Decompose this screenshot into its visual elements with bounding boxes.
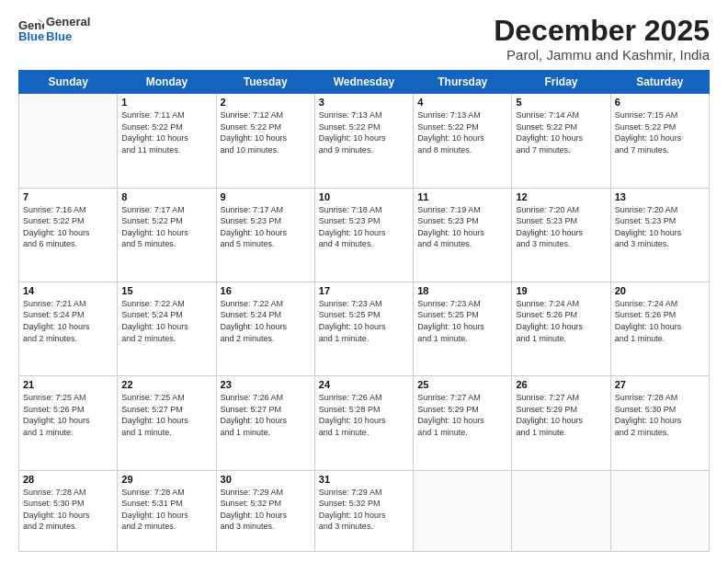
week-row-2: 7Sunrise: 7:16 AM Sunset: 5:22 PM Daylig…	[19, 188, 710, 282]
calendar-cell: 23Sunrise: 7:26 AM Sunset: 5:27 PM Dayli…	[216, 376, 314, 470]
week-row-3: 14Sunrise: 7:21 AM Sunset: 5:24 PM Dayli…	[19, 282, 710, 375]
calendar-cell: 19Sunrise: 7:24 AM Sunset: 5:26 PM Dayli…	[512, 282, 610, 375]
day-number: 3	[319, 97, 409, 108]
day-info: Sunrise: 7:13 AM Sunset: 5:22 PM Dayligh…	[319, 109, 409, 155]
calendar-cell: 16Sunrise: 7:22 AM Sunset: 5:24 PM Dayli…	[216, 282, 314, 375]
day-number: 1	[121, 97, 211, 108]
weekday-header-sunday: Sunday	[19, 71, 118, 94]
week-row-1: 1Sunrise: 7:11 AM Sunset: 5:22 PM Daylig…	[19, 94, 710, 188]
weekday-header-saturday: Saturday	[610, 71, 709, 94]
day-number: 29	[121, 474, 211, 485]
day-info: Sunrise: 7:27 AM Sunset: 5:29 PM Dayligh…	[516, 392, 606, 438]
day-info: Sunrise: 7:15 AM Sunset: 5:22 PM Dayligh…	[615, 109, 705, 155]
calendar-cell: 22Sunrise: 7:25 AM Sunset: 5:27 PM Dayli…	[118, 376, 216, 470]
day-number: 2	[221, 97, 311, 108]
day-info: Sunrise: 7:28 AM Sunset: 5:30 PM Dayligh…	[23, 487, 113, 533]
calendar-cell	[414, 470, 512, 551]
day-number: 8	[121, 191, 211, 202]
day-number: 17	[319, 285, 409, 296]
day-number: 18	[417, 285, 507, 296]
day-info: Sunrise: 7:23 AM Sunset: 5:25 PM Dayligh…	[319, 298, 409, 344]
day-info: Sunrise: 7:24 AM Sunset: 5:26 PM Dayligh…	[615, 298, 705, 344]
weekday-header-wednesday: Wednesday	[314, 71, 413, 94]
day-number: 30	[221, 474, 311, 485]
day-number: 15	[121, 285, 211, 296]
day-info: Sunrise: 7:20 AM Sunset: 5:23 PM Dayligh…	[615, 204, 705, 250]
calendar-cell: 31Sunrise: 7:29 AM Sunset: 5:32 PM Dayli…	[314, 470, 413, 551]
calendar-cell: 18Sunrise: 7:23 AM Sunset: 5:25 PM Dayli…	[414, 282, 512, 375]
calendar-cell: 11Sunrise: 7:19 AM Sunset: 5:23 PM Dayli…	[414, 188, 512, 282]
day-number: 22	[121, 379, 211, 390]
day-info: Sunrise: 7:22 AM Sunset: 5:24 PM Dayligh…	[221, 298, 311, 344]
calendar-cell: 7Sunrise: 7:16 AM Sunset: 5:22 PM Daylig…	[19, 188, 118, 282]
day-number: 31	[319, 474, 409, 485]
day-number: 26	[516, 379, 606, 390]
calendar-cell: 28Sunrise: 7:28 AM Sunset: 5:30 PM Dayli…	[19, 470, 118, 551]
page: General Blue General Blue December 2025 …	[0, 0, 728, 563]
svg-text:Blue: Blue	[18, 29, 44, 42]
day-number: 20	[615, 285, 705, 296]
day-number: 21	[23, 379, 113, 390]
weekday-header-row: SundayMondayTuesdayWednesdayThursdayFrid…	[19, 71, 710, 94]
day-info: Sunrise: 7:29 AM Sunset: 5:32 PM Dayligh…	[319, 487, 409, 533]
calendar-cell: 12Sunrise: 7:20 AM Sunset: 5:23 PM Dayli…	[512, 188, 610, 282]
day-info: Sunrise: 7:27 AM Sunset: 5:29 PM Dayligh…	[417, 392, 507, 438]
day-number: 28	[23, 474, 113, 485]
calendar-cell: 24Sunrise: 7:26 AM Sunset: 5:28 PM Dayli…	[314, 376, 413, 470]
calendar-cell: 2Sunrise: 7:12 AM Sunset: 5:22 PM Daylig…	[216, 94, 314, 188]
calendar-cell: 1Sunrise: 7:11 AM Sunset: 5:22 PM Daylig…	[118, 94, 216, 188]
day-info: Sunrise: 7:17 AM Sunset: 5:22 PM Dayligh…	[121, 204, 211, 250]
calendar-cell	[512, 470, 610, 551]
calendar-table: SundayMondayTuesdayWednesdayThursdayFrid…	[18, 70, 710, 552]
calendar-cell: 20Sunrise: 7:24 AM Sunset: 5:26 PM Dayli…	[610, 282, 709, 375]
calendar-cell: 3Sunrise: 7:13 AM Sunset: 5:22 PM Daylig…	[314, 94, 413, 188]
logo-general: General	[46, 15, 90, 29]
day-info: Sunrise: 7:23 AM Sunset: 5:25 PM Dayligh…	[417, 298, 507, 344]
title-block: December 2025 Parol, Jammu and Kashmir, …	[494, 15, 710, 63]
month-title: December 2025	[494, 15, 710, 47]
day-info: Sunrise: 7:26 AM Sunset: 5:27 PM Dayligh…	[221, 392, 311, 438]
day-info: Sunrise: 7:21 AM Sunset: 5:24 PM Dayligh…	[23, 298, 113, 344]
calendar-cell: 30Sunrise: 7:29 AM Sunset: 5:32 PM Dayli…	[216, 470, 314, 551]
calendar-cell: 8Sunrise: 7:17 AM Sunset: 5:22 PM Daylig…	[118, 188, 216, 282]
day-number: 27	[615, 379, 705, 390]
weekday-header-thursday: Thursday	[414, 71, 512, 94]
calendar-cell	[610, 470, 709, 551]
day-info: Sunrise: 7:29 AM Sunset: 5:32 PM Dayligh…	[221, 487, 311, 533]
calendar-cell: 15Sunrise: 7:22 AM Sunset: 5:24 PM Dayli…	[118, 282, 216, 375]
day-info: Sunrise: 7:22 AM Sunset: 5:24 PM Dayligh…	[121, 298, 211, 344]
day-number: 25	[417, 379, 507, 390]
location: Parol, Jammu and Kashmir, India	[494, 47, 710, 63]
weekday-header-tuesday: Tuesday	[216, 71, 314, 94]
calendar-cell: 29Sunrise: 7:28 AM Sunset: 5:31 PM Dayli…	[118, 470, 216, 551]
day-info: Sunrise: 7:25 AM Sunset: 5:26 PM Dayligh…	[23, 392, 113, 438]
calendar-cell: 26Sunrise: 7:27 AM Sunset: 5:29 PM Dayli…	[512, 376, 610, 470]
day-number: 4	[417, 97, 507, 108]
calendar-cell	[19, 94, 118, 188]
calendar-cell: 6Sunrise: 7:15 AM Sunset: 5:22 PM Daylig…	[610, 94, 709, 188]
day-info: Sunrise: 7:18 AM Sunset: 5:23 PM Dayligh…	[319, 204, 409, 250]
day-number: 9	[221, 191, 311, 202]
day-info: Sunrise: 7:16 AM Sunset: 5:22 PM Dayligh…	[23, 204, 113, 250]
day-number: 10	[319, 191, 409, 202]
calendar-cell: 10Sunrise: 7:18 AM Sunset: 5:23 PM Dayli…	[314, 188, 413, 282]
day-info: Sunrise: 7:20 AM Sunset: 5:23 PM Dayligh…	[516, 204, 606, 250]
day-number: 12	[516, 191, 606, 202]
day-info: Sunrise: 7:12 AM Sunset: 5:22 PM Dayligh…	[221, 109, 311, 155]
day-number: 24	[319, 379, 409, 390]
calendar-cell: 27Sunrise: 7:28 AM Sunset: 5:30 PM Dayli…	[610, 376, 709, 470]
calendar-cell: 14Sunrise: 7:21 AM Sunset: 5:24 PM Dayli…	[19, 282, 118, 375]
calendar-cell: 17Sunrise: 7:23 AM Sunset: 5:25 PM Dayli…	[314, 282, 413, 375]
day-info: Sunrise: 7:28 AM Sunset: 5:31 PM Dayligh…	[121, 487, 211, 533]
calendar-cell: 25Sunrise: 7:27 AM Sunset: 5:29 PM Dayli…	[414, 376, 512, 470]
day-info: Sunrise: 7:11 AM Sunset: 5:22 PM Dayligh…	[121, 109, 211, 155]
day-number: 23	[221, 379, 311, 390]
calendar-cell: 5Sunrise: 7:14 AM Sunset: 5:22 PM Daylig…	[512, 94, 610, 188]
day-number: 13	[615, 191, 705, 202]
header: General Blue General Blue December 2025 …	[18, 15, 710, 63]
calendar-cell: 9Sunrise: 7:17 AM Sunset: 5:23 PM Daylig…	[216, 188, 314, 282]
day-number: 11	[417, 191, 507, 202]
logo-blue: Blue	[46, 29, 90, 44]
day-number: 5	[516, 97, 606, 108]
weekday-header-friday: Friday	[512, 71, 610, 94]
